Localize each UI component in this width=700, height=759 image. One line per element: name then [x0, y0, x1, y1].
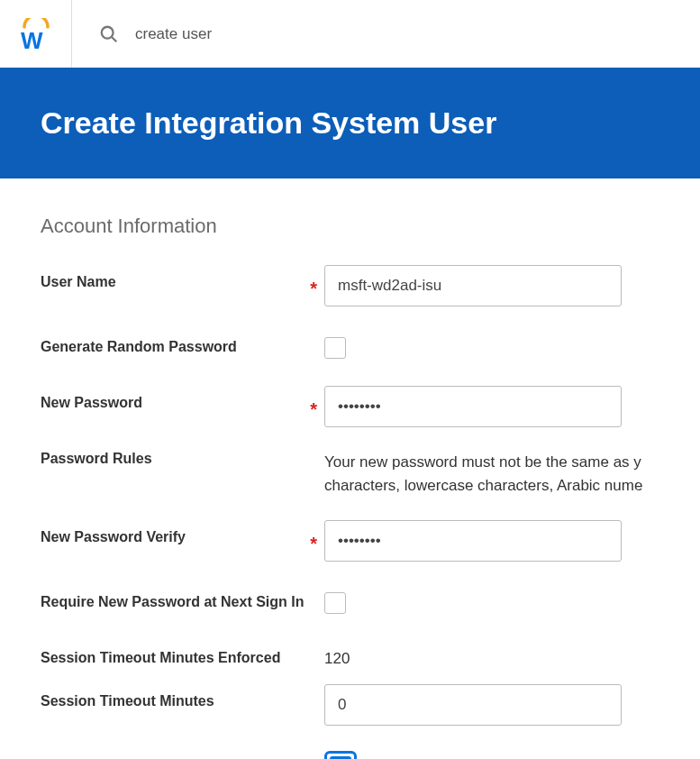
page-title-bar: Create Integration System User: [0, 68, 700, 178]
app-header: W: [0, 0, 700, 68]
password-rules-text-line2: characters, lowercase characters, Arabic…: [324, 474, 659, 498]
user-name-label: User Name: [41, 274, 310, 290]
require-new-password-checkbox[interactable]: [324, 592, 346, 614]
generate-random-password-label: Generate Random Password: [41, 339, 308, 355]
section-title: Account Information: [41, 215, 659, 238]
generate-random-password-checkbox[interactable]: [324, 337, 346, 359]
search-area: [72, 24, 495, 44]
required-marker: *: [310, 400, 317, 418]
page-title: Create Integration System User: [41, 105, 659, 141]
form-content: Account Information User Name * Generate…: [0, 178, 700, 759]
user-name-field[interactable]: [324, 265, 622, 306]
required-marker: *: [310, 279, 317, 297]
new-password-label: New Password: [41, 395, 310, 411]
session-timeout-enforced-row: Session Timeout Minutes Enforced 120: [41, 641, 659, 668]
do-not-allow-ui-row: Do Not Allow UI Sessions: [41, 749, 659, 759]
password-rules-row: Password Rules Your new password must no…: [41, 451, 659, 497]
new-password-verify-label: New Password Verify: [41, 529, 310, 545]
new-password-field[interactable]: [324, 386, 622, 427]
generate-random-password-row: Generate Random Password: [41, 330, 659, 362]
workday-logo-icon: W: [21, 18, 51, 50]
session-timeout-minutes-row: Session Timeout Minutes: [41, 684, 659, 726]
session-timeout-enforced-label: Session Timeout Minutes Enforced: [41, 650, 308, 666]
password-rules-text-line1: Your new password must not be the same a…: [324, 451, 659, 474]
svg-line-2: [112, 37, 116, 41]
svg-point-1: [102, 26, 114, 38]
session-timeout-enforced-value: 120: [324, 641, 659, 668]
logo-container: W: [0, 0, 72, 68]
password-rules-label: Password Rules: [41, 451, 308, 467]
new-password-verify-field[interactable]: [324, 520, 622, 562]
do-not-allow-ui-checkbox[interactable]: [324, 751, 357, 759]
require-new-password-label: Require New Password at Next Sign In: [41, 594, 308, 610]
user-name-row: User Name *: [41, 265, 659, 306]
session-timeout-minutes-label: Session Timeout Minutes: [41, 693, 308, 709]
new-password-verify-row: New Password Verify *: [41, 520, 659, 562]
svg-text:W: W: [21, 27, 43, 50]
session-timeout-minutes-field[interactable]: [324, 684, 622, 726]
require-new-password-row: Require New Password at Next Sign In: [41, 585, 659, 617]
search-input[interactable]: [135, 25, 495, 43]
search-icon: [99, 24, 119, 44]
new-password-row: New Password *: [41, 386, 659, 427]
required-marker: *: [310, 535, 317, 553]
